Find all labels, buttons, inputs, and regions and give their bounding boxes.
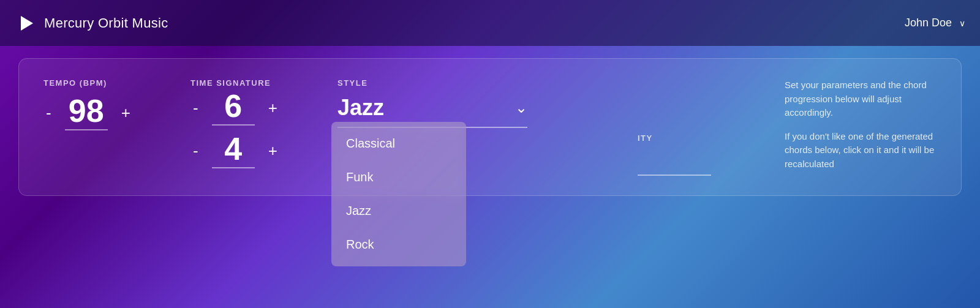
time-sig-numerator-underline [212,124,255,126]
time-sig-denominator-increment-button[interactable]: + [266,143,280,159]
time-sig-numerator-increment-button[interactable]: + [266,100,280,116]
time-sig-numerator-stepper: - 6 + [190,90,301,126]
user-chevron-icon: ∨ [959,18,965,28]
svg-marker-0 [21,16,33,31]
time-sig-denominator-underline [212,167,255,168]
time-sig-numerator-decrement-button[interactable]: - [190,100,201,116]
time-sig-denominator-value: 4 [212,133,255,165]
time-sig-denominator-decrement-button[interactable]: - [190,143,201,159]
main-content: TEMPO (bpm) - 98 + TIME SIGNATURE - 6 + [0,46,980,208]
tempo-stepper: - 98 + [43,95,154,130]
parameters-card: TEMPO (bpm) - 98 + TIME SIGNATURE - 6 + [18,58,962,196]
info-paragraph-1: Set your parameters and the chord progre… [785,78,937,120]
complexity-label: ITY [638,133,711,143]
style-option-rock[interactable]: Rock [331,228,466,261]
tempo-section: TEMPO (bpm) - 98 + [43,78,154,130]
tempo-underline [65,129,108,130]
tempo-decrement-button[interactable]: - [43,105,54,121]
complexity-underline [638,175,711,176]
style-option-jazz[interactable]: Jazz [331,194,466,228]
tempo-label: TEMPO (bpm) [43,78,154,88]
header-left: Mercury Orbit Music [15,12,168,34]
app-logo-icon [15,12,37,34]
time-signature-section: TIME SIGNATURE - 6 + - 4 + [190,78,301,168]
style-option-classical[interactable]: Classical [331,127,466,160]
info-section: Set your parameters and the chord progre… [748,78,937,171]
style-label: STYLE [337,78,527,88]
tempo-value: 98 [65,95,108,127]
app-header: Mercury Orbit Music John Doe ∨ [0,0,980,46]
style-dropdown-menu: Classical Funk Jazz Rock [331,122,466,266]
style-section: STYLE Jazz ⌄ Classical Funk Jazz Rock [337,78,527,128]
user-name: John Doe [905,17,952,29]
time-signature-label: TIME SIGNATURE [190,78,301,88]
style-chevron-icon: ⌄ [515,99,527,116]
info-paragraph-2: If you don't like one of the generated c… [785,130,937,171]
style-option-funk[interactable]: Funk [331,160,466,194]
style-selected-value: Jazz [337,95,384,121]
time-sig-denominator-stepper: - 4 + [190,133,301,168]
time-sig-numerator-value: 6 [212,90,255,122]
complexity-section: ITY [638,133,711,176]
user-menu[interactable]: John Doe ∨ [905,17,965,29]
app-title: Mercury Orbit Music [44,15,168,31]
tempo-increment-button[interactable]: + [119,105,133,121]
